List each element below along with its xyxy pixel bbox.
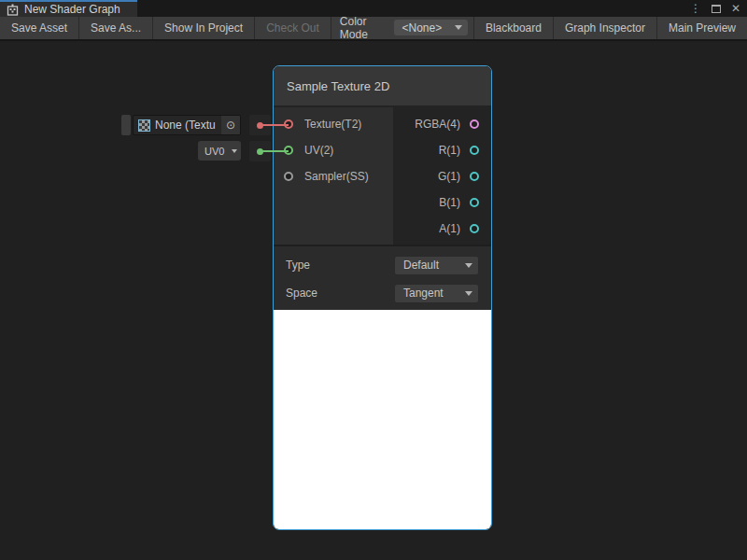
input-ports-column: Texture(T2) UV(2) Sampler(SS) <box>274 107 393 245</box>
type-label: Type <box>286 259 310 272</box>
save-as-button[interactable]: Save As... <box>79 17 153 39</box>
tab-title: New Shader Graph <box>24 3 120 16</box>
close-icon[interactable]: ✕ <box>731 3 740 14</box>
graph-inspector-toggle-button[interactable]: Graph Inspector <box>553 17 656 39</box>
control-row-space: Space Tangent <box>274 279 491 307</box>
port-row-g: G(1) <box>393 163 491 189</box>
node-ports: Texture(T2) UV(2) Sampler(SS) RGBA(4) R(… <box>274 107 491 245</box>
object-picker-icon[interactable]: ⊙ <box>221 116 240 134</box>
port-label: Texture(T2) <box>304 118 361 131</box>
toolbar-right-group: Color Mode <None> Blackboard Graph Inspe… <box>331 17 747 39</box>
port-label: Sampler(SS) <box>304 170 369 183</box>
blackboard-toggle-button[interactable]: Blackboard <box>473 17 553 39</box>
main-preview-toggle-button[interactable]: Main Preview <box>656 17 747 39</box>
space-value: Tangent <box>403 287 444 300</box>
color-mode-label: Color Mode <box>331 17 395 39</box>
window-controls: ⋮ ✕ <box>690 0 740 17</box>
type-value: Default <box>403 259 439 272</box>
shader-graph-asset-icon <box>7 4 19 16</box>
port-label: UV(2) <box>304 144 333 157</box>
port-label: A(1) <box>439 222 460 235</box>
output-ports-column: RGBA(4) R(1) G(1) B(1) A(1) <box>393 107 491 245</box>
texture-field-cap <box>121 115 131 135</box>
port-label: RGBA(4) <box>415 118 460 131</box>
port-row-rgba: RGBA(4) <box>393 111 491 137</box>
port-label: B(1) <box>439 196 460 209</box>
toolbar: Save Asset Save As... Show In Project Ch… <box>0 17 747 41</box>
graph-canvas[interactable]: Sample Texture 2D Texture(T2) UV(2) Samp… <box>0 41 747 560</box>
output-port-r[interactable] <box>470 146 479 155</box>
show-in-project-button[interactable]: Show In Project <box>153 17 255 39</box>
port-row-a: A(1) <box>393 216 491 242</box>
more-menu-icon[interactable]: ⋮ <box>690 3 701 14</box>
texture-object-field[interactable]: None (Textu ⊙ <box>133 115 241 135</box>
node-preview <box>274 310 491 529</box>
type-dropdown[interactable]: Default <box>394 256 479 275</box>
control-row-type: Type Default <box>274 251 491 279</box>
input-port-sampler[interactable] <box>284 172 293 181</box>
node-sample-texture-2d[interactable]: Sample Texture 2D Texture(T2) UV(2) Samp… <box>273 65 492 530</box>
port-row-texture: Texture(T2) <box>274 111 393 137</box>
save-asset-button[interactable]: Save Asset <box>0 17 79 39</box>
port-row-r: R(1) <box>393 137 491 163</box>
uv-channel-value: UV0 <box>204 146 224 157</box>
output-port-a[interactable] <box>470 224 479 233</box>
port-row-uv: UV(2) <box>274 137 393 163</box>
color-mode-dropdown[interactable]: <None> <box>394 20 467 35</box>
node-title[interactable]: Sample Texture 2D <box>274 66 491 107</box>
check-out-button: Check Out <box>255 17 331 39</box>
port-row-b: B(1) <box>393 189 491 216</box>
space-dropdown[interactable]: Tangent <box>394 284 479 303</box>
port-row-sampler: Sampler(SS) <box>274 163 393 189</box>
texture-field-value: None (Textu <box>155 119 221 132</box>
uv-channel-dropdown[interactable]: UV0 <box>198 141 241 161</box>
uv-wire <box>262 150 289 152</box>
texture-wire <box>262 124 289 126</box>
tab-new-shader-graph[interactable]: New Shader Graph <box>0 0 137 17</box>
maximize-icon[interactable] <box>712 5 721 13</box>
chevron-down-icon <box>232 149 237 153</box>
chevron-down-icon <box>455 25 462 30</box>
texture-checker-icon <box>138 119 150 132</box>
port-label: G(1) <box>438 170 460 183</box>
node-controls: Type Default Space Tangent <box>274 245 491 310</box>
output-port-b[interactable] <box>470 198 479 207</box>
chevron-down-icon <box>465 263 472 268</box>
color-mode-value: <None> <box>402 21 442 35</box>
output-port-g[interactable] <box>470 172 479 181</box>
space-label: Space <box>286 287 317 300</box>
chevron-down-icon <box>465 291 472 296</box>
port-label: R(1) <box>439 144 460 157</box>
output-port-rgba[interactable] <box>470 119 479 129</box>
